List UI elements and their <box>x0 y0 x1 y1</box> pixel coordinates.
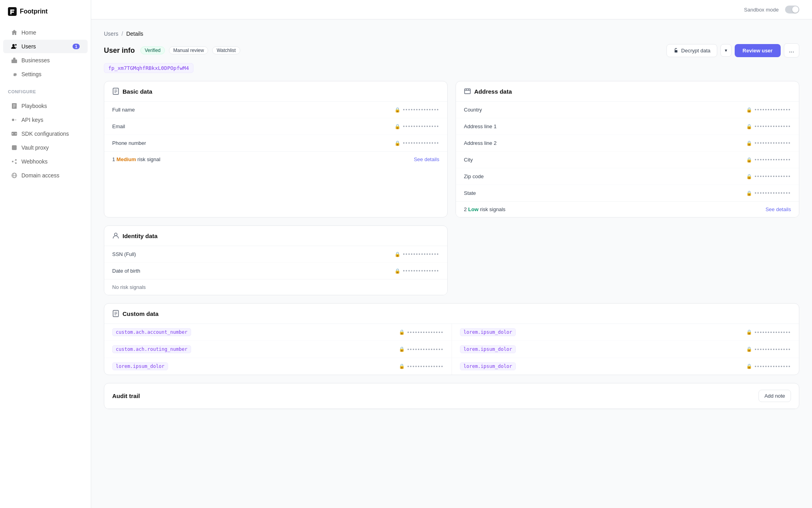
users-icon <box>11 43 17 50</box>
full-name-value: 🔒 •••••••••••••• <box>395 107 439 113</box>
home-icon <box>11 29 17 36</box>
ssn-row: SSN (Full) 🔒 •••••••••••••• <box>104 246 447 263</box>
city-label: City <box>464 157 473 163</box>
top-cards: Basic data Full name 🔒 •••••••••••••• Em… <box>104 81 799 217</box>
badge-watchlist: Watchlist <box>212 46 240 54</box>
phone-label: Phone number <box>112 140 146 146</box>
sidebar-item-vault-proxy[interactable]: Vault proxy <box>3 141 88 154</box>
basic-data-header: Basic data <box>104 81 447 102</box>
sidebar-label-webhooks: Webhooks <box>21 158 48 165</box>
country-lock: 🔒 <box>746 107 752 113</box>
identity-no-risk: No risk signals <box>112 284 146 290</box>
sidebar-label-settings: Settings <box>21 71 42 77</box>
ssn-value: 🔒 •••••••••••••• <box>395 251 439 257</box>
address-data-card: Address data Country 🔒 •••••••••••••• Ad… <box>456 81 799 217</box>
add-note-button[interactable]: Add note <box>758 390 791 402</box>
svg-point-1 <box>15 44 17 46</box>
ssn-dots: •••••••••••••• <box>403 251 439 257</box>
basic-risk-count: 1 <box>112 156 115 162</box>
svg-point-8 <box>12 161 13 162</box>
sidebar-label-vault-proxy: Vault proxy <box>21 144 49 151</box>
basic-data-title: Basic data <box>123 88 152 95</box>
badge-manual: Manual review <box>169 46 208 54</box>
identity-data-header: Identity data <box>104 226 447 246</box>
sidebar-item-sdk-configs[interactable]: SDK configurations <box>3 127 88 140</box>
app-name: Footprint <box>20 8 48 15</box>
custom-tag-r0: lorem.ipsum_dolor <box>460 328 516 336</box>
address-see-details[interactable]: See details <box>766 206 791 212</box>
app-logo: Footprint <box>0 0 91 22</box>
addr2-lock: 🔒 <box>746 140 752 146</box>
sidebar-item-domain-access[interactable]: Domain access <box>3 169 88 182</box>
lock-icon-1: 🔒 <box>395 124 400 129</box>
sidebar-item-api-keys[interactable]: API keys <box>3 113 88 127</box>
custom-val-2: 🔒 •••••••••••••• <box>399 364 444 369</box>
addr2-value: 🔒 •••••••••••••• <box>746 140 791 146</box>
breadcrumb-users[interactable]: Users <box>104 31 119 37</box>
state-label: State <box>464 190 476 196</box>
custom-data-header: Custom data <box>104 304 799 324</box>
address-risk-count: 2 <box>464 206 467 212</box>
address-risk-text: 2 Low risk signals <box>464 206 506 212</box>
sidebar-label-users: Users <box>21 43 36 50</box>
businesses-icon <box>11 57 17 64</box>
phone-dots: •••••••••••••• <box>403 140 439 146</box>
sidebar-item-businesses[interactable]: Businesses <box>3 54 88 67</box>
dob-row: Date of birth 🔒 •••••••••••••• <box>104 263 447 279</box>
city-lock: 🔒 <box>746 157 752 163</box>
user-info-left: User info Verified Manual review Watchli… <box>104 46 240 55</box>
logo-icon <box>8 7 17 16</box>
custom-tag-r1: lorem.ipsum_dolor <box>460 345 516 353</box>
playbooks-icon <box>11 103 17 109</box>
city-dots: •••••••••••••• <box>755 157 791 163</box>
identity-data-card: Identity data SSN (Full) 🔒 •••••••••••••… <box>104 225 448 295</box>
sidebar-label-businesses: Businesses <box>21 57 50 64</box>
decrypt-button[interactable]: Decrypt data <box>666 44 717 57</box>
sandbox-toggle[interactable] <box>785 6 799 13</box>
dob-value: 🔒 •••••••••••••• <box>395 268 439 274</box>
sidebar-item-playbooks[interactable]: Playbooks <box>3 99 88 113</box>
dob-lock: 🔒 <box>395 268 400 274</box>
audit-trail-section: Audit trail Add note <box>104 383 799 409</box>
sidebar-item-home[interactable]: Home <box>3 26 88 39</box>
review-user-button[interactable]: Review user <box>735 44 781 57</box>
decrypt-label: Decrypt data <box>681 48 710 54</box>
address-data-header: Address data <box>456 81 799 102</box>
basic-see-details[interactable]: See details <box>414 156 439 162</box>
custom-dots-r0: •••••••••••••• <box>755 329 791 335</box>
basic-data-card: Basic data Full name 🔒 •••••••••••••• Em… <box>104 81 448 217</box>
topbar: Sandbox mode <box>91 0 812 19</box>
basic-risk-bar: 1 Medium risk signal See details <box>104 151 447 167</box>
identity-placeholder <box>456 225 799 295</box>
basic-data-icon <box>112 88 119 95</box>
custom-val-r0: 🔒 •••••••••••••• <box>746 329 791 335</box>
zip-dots: •••••••••••••• <box>755 173 791 179</box>
user-id[interactable]: fp_xm7TGMqhfRBkxL0DPOpfwM4 <box>104 63 193 73</box>
svg-rect-2 <box>11 60 17 63</box>
email-value: 🔒 •••••••••••••• <box>395 123 439 129</box>
sidebar: Footprint Home Users 1 Businesses Settin… <box>0 0 91 508</box>
decrypt-chevron-button[interactable]: ▾ <box>720 44 732 57</box>
address-row-5: State 🔒 •••••••••••••• <box>456 185 799 201</box>
svg-rect-13 <box>675 50 678 52</box>
page-content: Users / Details User info Verified Manua… <box>91 19 812 428</box>
user-info-title: User info <box>104 46 135 55</box>
sidebar-item-users[interactable]: Users 1 <box>3 40 88 53</box>
custom-data-title: Custom data <box>123 310 159 317</box>
sidebar-item-webhooks[interactable]: Webhooks <box>3 155 88 168</box>
lock-icon-0: 🔒 <box>395 107 400 113</box>
custom-tag-1: custom.ach.routing_number <box>112 345 191 353</box>
custom-data-grid: custom.ach.account_number 🔒 ••••••••••••… <box>104 324 799 375</box>
state-dots: •••••••••••••• <box>755 190 791 196</box>
address-data-body: Country 🔒 •••••••••••••• Address line 1 … <box>456 102 799 201</box>
basic-risk-label: risk signal <box>138 156 161 162</box>
more-options-button[interactable]: ... <box>784 43 799 58</box>
custom-tag-0: custom.ach.account_number <box>112 328 191 336</box>
address-data-title: Address data <box>474 88 512 95</box>
custom-col-left: custom.ach.account_number 🔒 ••••••••••••… <box>104 324 452 375</box>
sidebar-item-settings[interactable]: Settings <box>3 67 88 81</box>
custom-lock-1: 🔒 <box>399 346 405 352</box>
breadcrumb: Users / Details <box>104 31 799 37</box>
address-risk-label: risk signals <box>480 206 505 212</box>
svg-point-16 <box>115 233 117 236</box>
